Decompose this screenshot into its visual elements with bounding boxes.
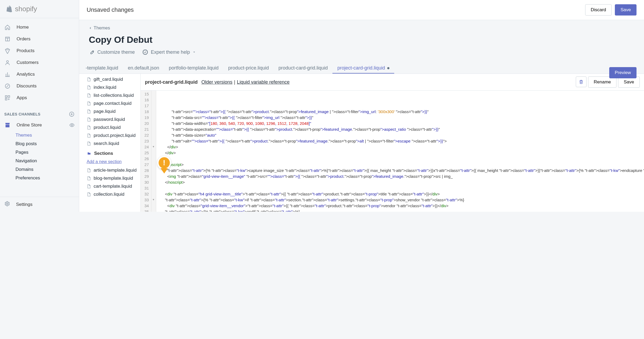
file-tab[interactable]: en.default.json [123,63,164,74]
nav-sub-preferences[interactable]: Preferences [0,174,79,182]
file-tabs: -template.liquiden.default.jsonportfolio… [79,55,644,74]
file-item[interactable]: collection.liquid [79,190,140,198]
file-icon [87,77,91,82]
file-item[interactable]: cart-template.liquid [79,182,140,190]
file-item[interactable]: password.liquid [79,115,140,124]
nav-sub-pages[interactable]: Pages [0,148,79,157]
delete-file-button[interactable] [576,76,586,87]
badge-icon [142,49,148,55]
customize-theme-button[interactable]: Customize theme [89,49,135,55]
code-content[interactable]: ! "t-attr">src="">class="t-attr">{{ ">cl… [156,91,644,212]
unsaved-changes-label: Unsaved changes [87,6,134,13]
analytics-icon [4,71,11,78]
logo-text: shopify [15,5,37,13]
file-icon [87,117,91,122]
nav-home[interactable]: Home [0,21,79,33]
chevron-left-icon [89,26,92,30]
file-tab[interactable]: product-price.liquid [223,63,274,74]
nav-orders[interactable]: Orders [0,33,79,45]
older-versions-link[interactable]: Older versions [201,79,232,85]
chevron-down-icon [193,51,196,54]
file-tree: gift_card.liquidindex.liquidlist-collect… [79,74,141,212]
svg-point-0 [6,61,8,63]
file-icon [87,176,91,181]
file-item[interactable]: product.liquid [79,124,140,132]
trash-icon [579,79,584,84]
discounts-icon [4,83,11,89]
breadcrumb[interactable]: Themes [89,25,634,31]
editor-toolbar: project-card-grid.liquid Older versions … [141,74,644,91]
editor-filename: project-card-grid.liquid [145,79,198,85]
orders-icon [4,36,11,42]
file-tab[interactable]: product-card-grid.liquid [274,63,332,74]
sales-channels-header: SALES CHANNELS [0,107,79,119]
products-icon [4,48,11,54]
file-icon [87,133,91,138]
fold-gutter: ▾▾ [151,91,156,212]
file-item[interactable]: article-template.liquid [79,166,140,174]
logo[interactable]: shopify [0,0,79,18]
store-icon [4,122,11,128]
nav-sub-blog-posts[interactable]: Blog posts [0,140,79,148]
nav-products[interactable]: Products [0,45,79,57]
folder-icon [87,152,91,155]
apps-icon [4,95,11,101]
nav-sub-themes[interactable]: Themes [0,131,79,140]
nav-online-store[interactable]: Online Store [0,119,79,131]
topbar: Unsaved changes Discard Save [79,0,644,20]
customers-icon [4,59,11,66]
view-store-icon[interactable] [69,122,75,128]
nav-sub-domains[interactable]: Domains [0,165,79,174]
file-item[interactable]: list-collections.liquid [79,91,140,99]
nav-apps[interactable]: Apps [0,92,79,104]
file-icon [87,125,91,130]
file-tab[interactable]: -template.liquid [81,63,123,74]
file-item[interactable]: index.liquid [79,83,140,91]
preview-button[interactable]: Preview [609,67,637,78]
save-button[interactable]: Save [615,4,637,16]
file-icon [87,85,91,90]
line-number-gutter: 1516171819202122232425262728293031323334… [141,91,151,212]
code-editor[interactable]: 1516171819202122232425262728293031323334… [141,91,644,212]
file-item[interactable]: page.liquid [79,107,140,115]
file-item[interactable]: gift_card.liquid [79,75,140,83]
attention-marker: ! [157,144,171,163]
svg-point-6 [71,125,73,126]
tree-section-header[interactable]: Sections [79,148,140,157]
file-icon [87,93,91,98]
file-icon [87,184,91,189]
add-channel-icon[interactable] [69,111,75,117]
nav-sub-navigation[interactable]: Navigation [0,157,79,165]
main: Unsaved changes Discard Save Themes Copy… [79,0,644,212]
liquid-reference-link[interactable]: Liquid variable reference [237,79,290,85]
nav-discounts[interactable]: Discounts [0,80,79,92]
file-tab[interactable]: portfolio-template.liquid [164,63,223,74]
file-item[interactable]: product.project.liquid [79,132,140,140]
gear-icon [4,201,10,208]
sidebar: shopify Home Orders Products Customers A… [0,0,79,212]
file-icon [87,192,91,197]
svg-rect-2 [5,96,7,97]
brush-icon [89,49,95,55]
file-icon [87,168,91,173]
file-item[interactable]: blog-template.liquid [79,174,140,182]
file-tab[interactable]: project-card-grid.liquid [332,63,394,74]
file-item[interactable]: search.liquid [79,140,140,148]
svg-rect-4 [5,98,7,100]
home-icon [4,24,11,30]
nav-analytics[interactable]: Analytics [0,68,79,80]
file-icon [87,101,91,106]
add-section-link[interactable]: Add a new section [79,157,140,166]
nav-settings[interactable]: Settings [0,197,79,212]
file-icon [87,109,91,114]
expert-help-button[interactable]: Expert theme help [142,49,196,55]
svg-rect-3 [8,96,10,97]
svg-point-7 [6,203,8,205]
page-title: Copy Of Debut [89,34,634,45]
file-icon [87,141,91,146]
discard-button[interactable]: Discard [585,4,612,16]
file-item[interactable]: page.contact.liquid [79,99,140,107]
nav-customers[interactable]: Customers [0,57,79,68]
